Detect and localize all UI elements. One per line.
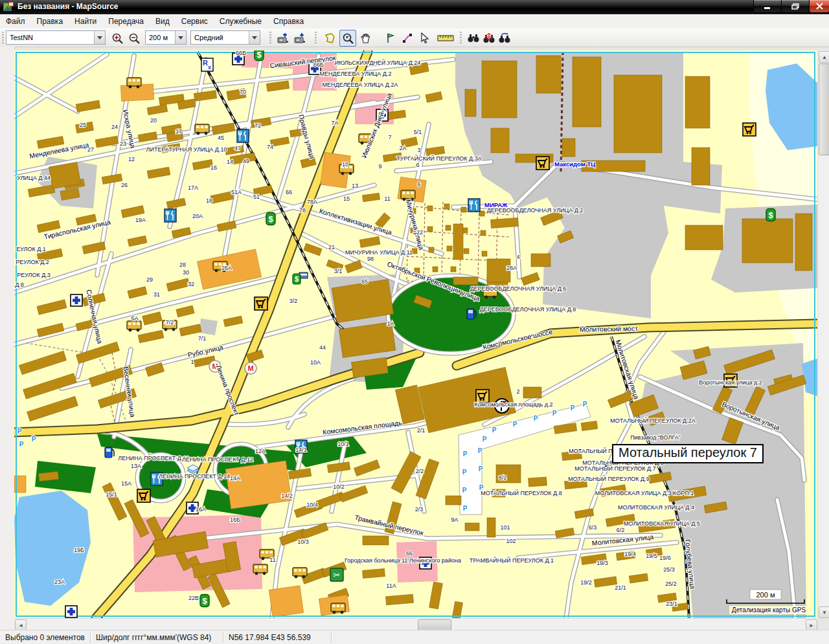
status-selected-count: Выбрано 0 элементов xyxy=(0,632,91,643)
scroll-up-icon[interactable]: ▲ xyxy=(819,51,829,63)
bus-icon-part xyxy=(331,603,345,612)
map-label: 78А xyxy=(307,199,317,205)
pharmacy-icon[interactable]: Rx xyxy=(201,58,213,71)
menu-edit[interactable]: Правка xyxy=(31,15,69,28)
map-label: Максидом ТЦ xyxy=(554,161,595,168)
map-label: ЕУЛОК Д.1 xyxy=(16,246,46,252)
map-label: МОЛИТОВСКАЯ УЛИЦА Д.5 xyxy=(624,520,700,527)
horizontal-scroll-thumb[interactable] xyxy=(418,619,451,630)
zoom-out-button[interactable] xyxy=(126,30,142,47)
shopping-icon[interactable] xyxy=(743,123,756,136)
restore-button[interactable] xyxy=(781,0,810,13)
hospital-icon-part xyxy=(75,296,78,304)
shopping-icon-part xyxy=(261,306,263,308)
zoom-tool-button[interactable] xyxy=(339,30,356,47)
fuel-icon-part xyxy=(106,449,111,452)
bus-icon-part xyxy=(215,269,218,272)
shopping-icon[interactable] xyxy=(476,390,489,403)
map-label: МОЛИТОВСКАЯ УЛИЦА Д.4 xyxy=(618,504,694,511)
bus-icon-part xyxy=(133,323,135,326)
shopping-icon[interactable] xyxy=(137,489,150,502)
map-building xyxy=(795,214,812,271)
map-label: 45 xyxy=(218,135,224,141)
chevron-down-icon[interactable] xyxy=(249,31,260,44)
hospital-icon[interactable] xyxy=(71,294,82,306)
waypoint-tool-button[interactable] xyxy=(382,30,399,47)
shopping-icon[interactable] xyxy=(536,157,549,170)
map-label: 11 xyxy=(384,195,390,202)
find-nearest-button[interactable] xyxy=(481,30,497,47)
restaurant-icon[interactable] xyxy=(237,129,249,142)
restaurant-icon[interactable] xyxy=(468,199,480,212)
bus-icon-part xyxy=(264,566,266,569)
map-label: 9 xyxy=(378,163,381,170)
pan-tool-button[interactable] xyxy=(358,30,374,47)
map-label: РЕУЛОК Д.2 xyxy=(16,259,49,265)
receive-from-device-button[interactable] xyxy=(291,30,308,47)
map-tool-button[interactable] xyxy=(321,30,338,47)
menu-bar: Файл Правка Найти Передача Вид Сервис Сл… xyxy=(0,14,829,29)
menu-transfer[interactable]: Передача xyxy=(102,15,150,28)
map-label: МОТАЛЬНЫЙ ПЕРЕУЛОК Д.8 xyxy=(481,489,562,496)
map-label: ТУРГАЙСКИЙ ПЕРЕУЛОК Д.3А xyxy=(396,155,481,162)
close-button[interactable] xyxy=(809,0,829,13)
restaurant-icon[interactable] xyxy=(165,209,176,222)
vertical-scrollbar[interactable]: ▲ ▼ xyxy=(817,50,829,618)
bus-icon-part xyxy=(201,126,203,129)
send-to-device-button[interactable] xyxy=(275,30,291,47)
horizontal-scrollbar[interactable]: ◄ ► xyxy=(14,618,817,630)
selection-tool-button[interactable] xyxy=(416,30,433,47)
shopping-icon-part xyxy=(483,399,484,401)
menu-file[interactable]: Файл xyxy=(0,15,31,28)
map-label: 17 xyxy=(176,128,182,135)
map-label: 101 xyxy=(500,524,510,531)
map-label: 24 xyxy=(111,124,118,130)
menu-help[interactable]: Справка xyxy=(267,15,310,28)
route-tool-button[interactable] xyxy=(399,30,416,47)
map-label: Р xyxy=(534,415,538,422)
menu-find[interactable]: Найти xyxy=(69,15,102,28)
map-building xyxy=(531,254,551,267)
bus-icon-part xyxy=(299,570,301,572)
bus-icon-part xyxy=(361,136,363,139)
hospital-icon[interactable] xyxy=(65,606,77,617)
recent-finds-button[interactable] xyxy=(496,30,513,47)
map-label: 5А xyxy=(131,315,138,322)
dollar-icon[interactable]: $ xyxy=(200,595,209,607)
dollar-icon[interactable]: $ xyxy=(255,50,264,61)
scale-combobox[interactable]: 200 м xyxy=(145,30,187,45)
map-label: 14А xyxy=(230,475,240,482)
menu-utilities[interactable]: Служебные xyxy=(214,15,267,28)
metro-icon[interactable]: М xyxy=(245,362,256,374)
shopping-icon[interactable] xyxy=(255,297,267,310)
scroll-down-icon[interactable]: ▼ xyxy=(819,606,829,618)
chevron-down-icon[interactable] xyxy=(94,31,105,44)
detail-combobox[interactable]: Средний xyxy=(190,30,260,45)
map-label: 8/2 xyxy=(499,474,507,481)
dollar-icon[interactable]: $ xyxy=(266,213,275,225)
vertical-scroll-thumb[interactable] xyxy=(819,63,829,155)
chevron-down-icon[interactable] xyxy=(175,31,186,44)
scissors-icon[interactable]: ✂ xyxy=(330,568,343,581)
map-label: 21 xyxy=(328,244,335,250)
find-places-button[interactable] xyxy=(465,30,482,47)
menu-tools[interactable]: Сервис xyxy=(176,15,214,28)
map-building xyxy=(363,569,385,579)
dollar-icon[interactable]: $ xyxy=(766,209,775,221)
map-label: 200 м xyxy=(756,591,775,599)
bus-icon-part xyxy=(137,323,140,326)
dollar-icon-part: $ xyxy=(256,50,262,60)
measure-tool-button[interactable] xyxy=(435,30,456,47)
zoom-in-button[interactable] xyxy=(109,30,126,47)
menu-view[interactable]: Вид xyxy=(150,15,176,28)
scissors-icon-part: ✂ xyxy=(334,570,341,580)
map-canvas[interactable]: Rx$$$$$ММ✂Сивашский переулокМенделеева у… xyxy=(14,50,817,618)
bus-icon-part xyxy=(266,551,268,554)
map-label: 27 xyxy=(87,146,94,153)
bus-icon-part xyxy=(341,605,344,608)
bus-icon-part xyxy=(262,551,264,554)
map-label: ИЮЛЬСКИХ ДНЕЙ УЛИЦА Д.24 xyxy=(335,59,421,66)
map-label: 29 xyxy=(146,276,153,283)
product-combobox[interactable]: TestNN xyxy=(6,30,106,45)
minimize-button[interactable] xyxy=(753,0,782,13)
